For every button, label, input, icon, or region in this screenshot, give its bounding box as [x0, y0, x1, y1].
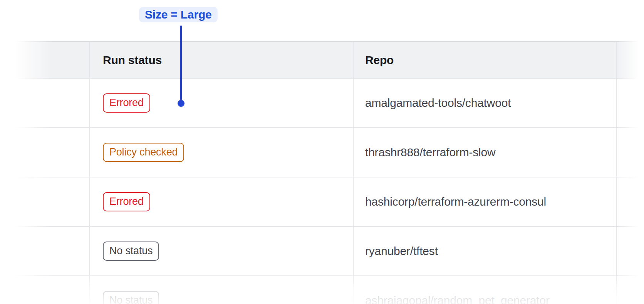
edge-cell	[616, 79, 644, 128]
edge-cell	[616, 276, 644, 304]
edge-cell	[616, 128, 644, 177]
repo-name: thrashr888/terraform-slow	[365, 146, 495, 159]
repo-cell: thrashr888/terraform-slow	[353, 128, 616, 177]
annotation-dot	[178, 100, 184, 107]
run-status-badge: No status	[103, 291, 159, 304]
repo-name: ashrajagopal/random_pet_generator	[365, 294, 550, 304]
runs-table: Run status Repo Errored amalgamated-tool…	[15, 41, 644, 304]
edge-cell	[616, 227, 644, 276]
edge-cell	[616, 177, 644, 227]
row-empty-cell	[15, 276, 89, 304]
header-cell-repo: Repo	[353, 42, 616, 79]
row-empty-cell	[15, 227, 89, 276]
run-status-badge: Errored	[103, 93, 150, 113]
annotation-connector-line	[180, 25, 182, 100]
repo-cell: hashicorp/terraform-azurerm-consul	[353, 177, 616, 227]
repo-cell: amalgamated-tools/chatwoot	[353, 79, 616, 128]
run-status-cell: No status	[89, 227, 353, 276]
repo-cell: ryanuber/tftest	[353, 227, 616, 276]
run-status-badge: Errored	[103, 192, 150, 211]
run-status-cell: Policy checked	[89, 128, 353, 177]
header-cell-empty	[15, 42, 89, 79]
row-empty-cell	[15, 177, 89, 227]
repo-name: hashicorp/terraform-azurerm-consul	[365, 195, 546, 208]
run-status-header-label: Run status	[103, 54, 162, 67]
run-status-badge: Policy checked	[103, 143, 184, 162]
run-status-cell: No status	[89, 276, 353, 304]
header-cell-run-status: Run status	[89, 42, 353, 79]
repo-name: ryanuber/tftest	[365, 245, 438, 258]
repo-header-label: Repo	[365, 54, 394, 67]
row-empty-cell	[15, 128, 89, 177]
row-empty-cell	[15, 79, 89, 128]
annotation-label: Size = Large	[139, 7, 218, 22]
run-status-cell: Errored	[89, 79, 353, 128]
header-cell-edge	[616, 42, 644, 79]
run-status-badge: No status	[103, 242, 159, 261]
run-status-cell: Errored	[89, 177, 353, 227]
repo-name: amalgamated-tools/chatwoot	[365, 96, 511, 110]
repo-cell: ashrajagopal/random_pet_generator	[353, 276, 616, 304]
